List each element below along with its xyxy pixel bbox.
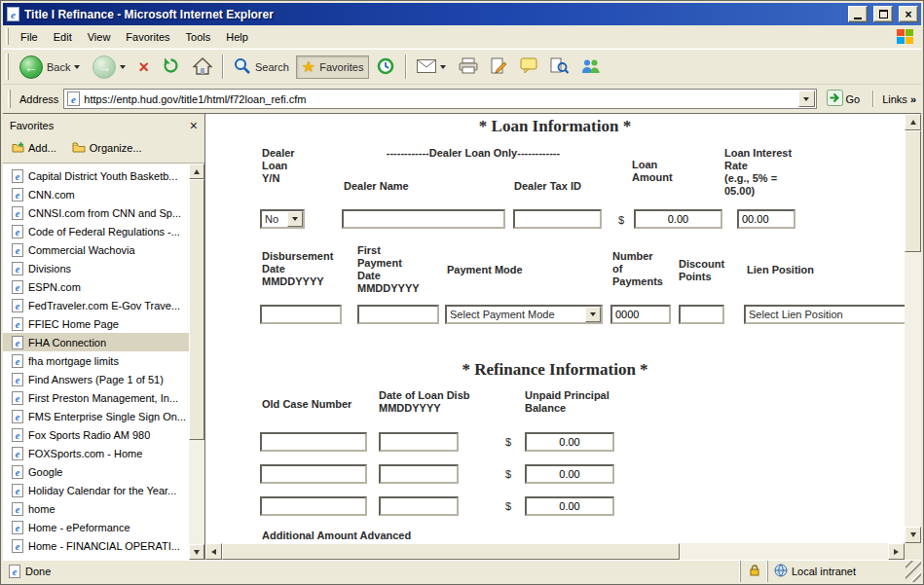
resize-grip[interactable] xyxy=(906,561,921,582)
favorite-item-label: Fox Sports Radio AM 980 xyxy=(28,429,150,441)
favorite-item[interactable]: e First Preston Management, In... xyxy=(3,388,189,407)
edit-button[interactable] xyxy=(485,54,513,80)
home-button[interactable] xyxy=(187,54,218,81)
first-payment-date-input[interactable] xyxy=(357,305,439,324)
unpaid-principal-input[interactable] xyxy=(525,496,614,516)
security-zone-pane: Local intranet xyxy=(767,561,906,582)
favorite-item[interactable]: e Commercial Wachovia xyxy=(3,240,189,259)
favorite-item[interactable]: e home xyxy=(3,499,189,518)
select-dropdown-button[interactable] xyxy=(585,307,601,322)
favorite-item[interactable]: e Holiday Calendar for the Year... xyxy=(3,481,189,499)
lien-position-select[interactable]: Select Lien Position xyxy=(744,305,905,324)
maximize-button[interactable] xyxy=(873,6,893,22)
print-button[interactable] xyxy=(453,54,484,80)
menu-item[interactable]: File xyxy=(13,27,46,47)
scroll-down-button[interactable] xyxy=(905,527,921,543)
scroll-up-button[interactable] xyxy=(905,114,921,130)
scroll-up-button[interactable] xyxy=(189,164,204,179)
select-dropdown-button[interactable] xyxy=(287,211,303,227)
search-button[interactable]: Search xyxy=(228,54,295,81)
favorite-item[interactable]: e FOXSports.com - Home xyxy=(3,444,189,462)
toolbar-grip[interactable] xyxy=(6,54,9,80)
favorite-item[interactable]: e CNNSI.com from CNN and Sp... xyxy=(3,203,189,222)
research-button[interactable] xyxy=(544,54,574,80)
old-case-number-input[interactable] xyxy=(260,432,367,452)
favorite-item[interactable]: e FMS Enterprise Single Sign On... xyxy=(3,407,189,425)
scrollbar-thumb[interactable] xyxy=(905,130,921,252)
dealer-loan-select[interactable]: No xyxy=(260,209,305,229)
close-button[interactable]: × xyxy=(899,6,918,22)
unpaid-principal-input[interactable] xyxy=(525,432,614,452)
favorite-item[interactable]: e ESPN.com xyxy=(3,277,189,296)
vertical-scrollbar[interactable] xyxy=(905,114,921,543)
favorites-label: Favorites xyxy=(319,61,363,73)
scrollbar-track[interactable] xyxy=(189,440,204,544)
forward-button[interactable]: → xyxy=(87,52,131,83)
favorites-scrollbar[interactable] xyxy=(189,164,204,560)
dealer-tax-id-input[interactable] xyxy=(513,209,602,229)
discount-points-input[interactable] xyxy=(679,305,724,324)
go-label: Go xyxy=(846,93,861,105)
stop-button[interactable]: × xyxy=(132,55,155,80)
old-case-number-input[interactable] xyxy=(260,496,367,516)
favorite-item[interactable]: e Divisions xyxy=(3,259,189,277)
menu-item[interactable]: Favorites xyxy=(118,27,177,47)
refresh-button[interactable] xyxy=(156,53,186,81)
dealer-name-input[interactable] xyxy=(342,209,505,229)
menu-item[interactable]: Help xyxy=(218,27,256,47)
addressbar-grip[interactable] xyxy=(8,90,11,108)
go-button[interactable]: Go xyxy=(822,87,866,111)
address-dropdown-button[interactable] xyxy=(798,91,815,107)
favorites-close-button[interactable]: × xyxy=(190,119,198,132)
minimize-button[interactable] xyxy=(848,6,868,22)
scroll-down-button[interactable] xyxy=(189,544,204,560)
menu-item[interactable]: Edit xyxy=(46,27,80,47)
menu-item[interactable]: Tools xyxy=(178,27,219,47)
loan-amount-input[interactable] xyxy=(634,209,722,229)
scroll-left-button[interactable] xyxy=(205,543,222,560)
favorite-item[interactable]: e Fox Sports Radio AM 980 xyxy=(3,425,189,444)
favorite-item[interactable]: e Code of Federal Regulations -... xyxy=(3,222,189,240)
menu-item[interactable]: View xyxy=(80,27,119,47)
favorite-item[interactable]: e FHA Connection xyxy=(3,333,189,351)
date-of-loan-disb-input[interactable] xyxy=(379,496,459,516)
discuss-button[interactable] xyxy=(514,54,543,80)
history-icon xyxy=(376,56,395,78)
payment-mode-select[interactable]: Select Payment Mode xyxy=(445,305,603,324)
favorites-button[interactable]: ★ Favorites xyxy=(296,55,370,79)
organize-favorites-button[interactable]: Organize... xyxy=(72,142,142,155)
disbursement-date-input[interactable] xyxy=(260,305,342,324)
menu-items: FileEditViewFavoritesToolsHelp xyxy=(13,27,256,47)
date-of-loan-disb-input[interactable] xyxy=(379,432,459,452)
scroll-right-button[interactable] xyxy=(888,543,905,560)
add-favorite-button[interactable]: Add... xyxy=(12,141,56,155)
scrollbar-track[interactable] xyxy=(905,252,921,527)
scrollbar-thumb[interactable] xyxy=(222,543,680,560)
scrollbar-thumb[interactable] xyxy=(189,179,204,440)
favorite-item[interactable]: e Find Answers (Page 1 of 51) xyxy=(3,370,189,388)
links-bar[interactable]: Links » xyxy=(882,93,917,105)
favorite-item[interactable]: e fha mortgage limits xyxy=(3,351,189,370)
favorite-item[interactable]: e FedTraveler.com E-Gov Trave... xyxy=(3,296,189,314)
mail-button[interactable] xyxy=(411,55,452,79)
menubar-grip[interactable] xyxy=(6,28,9,45)
scrollbar-track[interactable] xyxy=(680,543,888,560)
stop-icon: × xyxy=(138,58,149,76)
favorite-item[interactable]: e CNN.com xyxy=(3,185,189,203)
unpaid-principal-input[interactable] xyxy=(525,464,614,484)
svg-text:e: e xyxy=(16,355,20,366)
messenger-button[interactable] xyxy=(575,55,606,80)
favorite-item[interactable]: e Google xyxy=(3,462,189,481)
address-input[interactable]: e https://entp.hud.gov/title1/html/f72lo… xyxy=(63,89,816,109)
number-of-payments-input[interactable] xyxy=(610,305,671,324)
date-of-loan-disb-input[interactable] xyxy=(379,464,459,484)
favorite-item[interactable]: e Home - ePeformance xyxy=(3,518,189,536)
favorite-item[interactable]: e FFIEC Home Page xyxy=(3,314,189,333)
old-case-number-input[interactable] xyxy=(260,464,367,484)
back-button[interactable]: ← Back xyxy=(14,52,86,83)
horizontal-scrollbar[interactable] xyxy=(205,543,921,560)
favorite-item[interactable]: e Capital District Youth Basketb... xyxy=(3,166,189,185)
favorite-item[interactable]: e Home - FINANCIAL OPERATI... xyxy=(3,536,189,555)
loan-interest-rate-input[interactable] xyxy=(737,209,795,229)
history-button[interactable] xyxy=(370,53,401,82)
